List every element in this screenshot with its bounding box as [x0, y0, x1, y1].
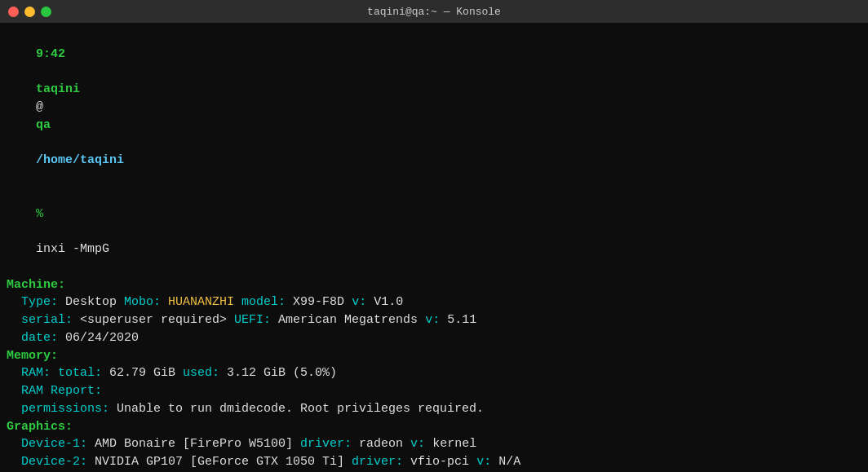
prompt-at: @	[36, 100, 43, 114]
prompt-path: /home/taqini	[36, 153, 124, 167]
prompt-time: 9:42	[36, 47, 65, 61]
title-bar: taqini@qa:~ — Konsole	[0, 0, 868, 23]
terminal-line: Machine:	[7, 276, 861, 294]
prompt-space2	[36, 136, 43, 150]
command-line: % inxi -MmpG	[7, 187, 861, 276]
prompt-symbol: %	[36, 207, 43, 221]
minimize-button[interactable]	[24, 7, 35, 17]
window-buttons	[8, 7, 51, 17]
terminal-line: permissions: Unable to run dmidecode. Ro…	[7, 400, 861, 418]
prompt-space1	[36, 65, 43, 79]
terminal: 9:42 taqini @ qa /home/taqini % inxi -Mm…	[0, 23, 868, 472]
terminal-line: RAM Report:	[7, 382, 861, 400]
terminal-line: Graphics:	[7, 418, 861, 436]
terminal-output: Machine: Type: Desktop Mobo: HUANANZHI m…	[7, 276, 861, 473]
terminal-line: Device-2: NVIDIA GP107 [GeForce GTX 1050…	[7, 453, 861, 471]
command-inxi: inxi -MmpG	[36, 242, 109, 256]
terminal-line: Device-1: AMD Bonaire [FirePro W5100] dr…	[7, 435, 861, 453]
command-text	[36, 224, 43, 238]
terminal-line: serial: <superuser required> UEFI: Ameri…	[7, 311, 861, 329]
prompt-line: 9:42 taqini @ qa /home/taqini	[7, 28, 861, 187]
terminal-line: date: 06/24/2020	[7, 329, 861, 347]
prompt-user: taqini	[36, 82, 80, 96]
terminal-line: Memory:	[7, 347, 861, 365]
maximize-button[interactable]	[41, 7, 51, 17]
title-text: taqini@qa:~ — Konsole	[367, 6, 501, 18]
close-button[interactable]	[8, 7, 19, 17]
terminal-line: RAM: total: 62.79 GiB used: 3.12 GiB (5.…	[7, 364, 861, 382]
terminal-line: Type: Desktop Mobo: HUANANZHI model: X99…	[7, 293, 861, 311]
prompt-host: qa	[36, 118, 51, 132]
